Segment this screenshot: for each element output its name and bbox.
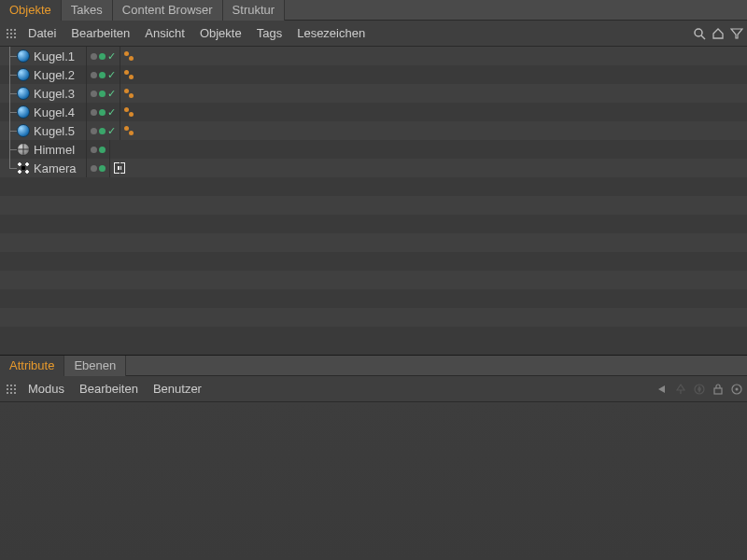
- tab-ebenen[interactable]: Ebenen: [64, 356, 126, 376]
- home-icon[interactable]: [712, 27, 725, 40]
- tag-cell: [109, 140, 747, 159]
- dynamics-tag-icon[interactable]: [124, 107, 134, 117]
- compass-icon[interactable]: [693, 383, 706, 396]
- object-label[interactable]: Himmel: [34, 143, 75, 157]
- object-label[interactable]: Kugel.1: [34, 49, 75, 63]
- panel-grip-icon[interactable]: [6, 383, 17, 396]
- object-row[interactable]: Kugel.5✓: [0, 121, 747, 140]
- visibility-dot[interactable]: [91, 91, 97, 97]
- target-tag-icon[interactable]: [114, 162, 125, 174]
- dynamics-tag-icon[interactable]: [124, 51, 134, 61]
- visibility-flags[interactable]: ✓: [86, 65, 120, 84]
- sphere-icon: [17, 87, 30, 100]
- menu-benutzer[interactable]: Benutzer: [146, 378, 209, 399]
- empty-row: [0, 271, 747, 289]
- sky-icon: [17, 143, 30, 156]
- empty-row: [0, 196, 747, 215]
- menu-tags[interactable]: Tags: [249, 22, 289, 44]
- menu-ansicht[interactable]: Ansicht: [137, 22, 192, 44]
- tab-content-browser[interactable]: Content Browser: [113, 0, 223, 21]
- search-icon[interactable]: [693, 27, 706, 40]
- visibility-dot[interactable]: [99, 128, 106, 134]
- tag-cell: [109, 159, 747, 177]
- menu-modus[interactable]: Modus: [21, 378, 72, 399]
- attribute-tab-bar: Attribute Ebenen: [0, 356, 747, 376]
- tab-attribute[interactable]: Attribute: [0, 356, 64, 376]
- check-icon[interactable]: ✓: [107, 107, 116, 118]
- object-row[interactable]: Kamera: [0, 159, 747, 177]
- check-icon[interactable]: ✓: [107, 89, 116, 99]
- empty-row: [0, 289, 747, 308]
- visibility-dot[interactable]: [99, 72, 106, 78]
- object-label[interactable]: Kugel.3: [34, 87, 75, 101]
- visibility-flags[interactable]: ✓: [86, 84, 120, 103]
- tree-branch-icon: [6, 121, 17, 140]
- object-row[interactable]: Himmel: [0, 140, 747, 159]
- object-label[interactable]: Kugel.5: [34, 124, 75, 138]
- tree-branch-icon: [6, 47, 17, 65]
- sphere-icon: [17, 49, 30, 63]
- object-menu-bar: Datei Bearbeiten Ansicht Objekte Tags Le…: [0, 21, 747, 47]
- dynamics-tag-icon[interactable]: [124, 70, 134, 79]
- empty-row: [0, 327, 747, 345]
- sphere-icon: [17, 105, 30, 119]
- visibility-dot[interactable]: [99, 109, 106, 116]
- object-row[interactable]: Kugel.1✓: [0, 47, 747, 65]
- object-row[interactable]: Kugel.4✓: [0, 103, 747, 121]
- dynamics-tag-icon[interactable]: [124, 89, 134, 98]
- visibility-flags[interactable]: ✓: [86, 103, 120, 121]
- object-row[interactable]: Kugel.2✓: [0, 65, 747, 84]
- empty-row: [0, 252, 747, 271]
- visibility-flags[interactable]: ✓: [86, 121, 120, 140]
- tag-cell: [120, 103, 747, 121]
- object-label[interactable]: Kugel.4: [34, 105, 75, 119]
- tab-objekte[interactable]: Objekte: [0, 0, 62, 21]
- menu-objekte[interactable]: Objekte: [192, 22, 249, 44]
- visibility-dot[interactable]: [91, 128, 97, 134]
- visibility-dot[interactable]: [91, 109, 97, 116]
- menu-bearbeiten-2[interactable]: Bearbeiten: [72, 378, 146, 399]
- sphere-icon: [17, 68, 30, 81]
- nav-arrow-icon[interactable]: [655, 383, 669, 396]
- check-icon[interactable]: ✓: [107, 126, 116, 136]
- up-arrow-icon[interactable]: [674, 383, 687, 396]
- tree-branch-icon: [6, 84, 17, 103]
- object-manager-panel: Objekte Takes Content Browser Struktur D…: [0, 0, 747, 355]
- empty-row: [0, 215, 747, 233]
- camera-icon: [17, 161, 30, 175]
- lock-icon[interactable]: [712, 383, 725, 396]
- visibility-dot[interactable]: [99, 165, 106, 172]
- menu-datei[interactable]: Datei: [21, 22, 63, 44]
- check-icon[interactable]: ✓: [107, 51, 116, 62]
- target-icon[interactable]: [730, 383, 743, 396]
- visibility-dot[interactable]: [99, 53, 106, 60]
- tab-struktur[interactable]: Struktur: [223, 0, 286, 21]
- empty-row: [0, 308, 747, 327]
- visibility-dot[interactable]: [91, 72, 97, 78]
- object-label[interactable]: Kugel.2: [34, 68, 75, 82]
- svg-point-0: [695, 29, 702, 36]
- object-row[interactable]: Kugel.3✓: [0, 84, 747, 103]
- visibility-dot[interactable]: [99, 147, 106, 153]
- visibility-flags[interactable]: [86, 140, 109, 159]
- panel-grip-icon[interactable]: [6, 27, 17, 40]
- check-icon[interactable]: ✓: [107, 70, 116, 80]
- visibility-flags[interactable]: ✓: [86, 47, 120, 65]
- menu-lesezeichen[interactable]: Lesezeichen: [289, 22, 373, 44]
- attribute-menu-bar: Modus Bearbeiten Benutzer: [0, 376, 747, 402]
- tab-takes[interactable]: Takes: [62, 0, 113, 21]
- visibility-dot[interactable]: [99, 91, 106, 97]
- object-tab-bar: Objekte Takes Content Browser Struktur: [0, 0, 747, 21]
- dynamics-tag-icon[interactable]: [124, 126, 134, 135]
- menu-bearbeiten[interactable]: Bearbeiten: [63, 22, 137, 44]
- tag-cell: [120, 84, 747, 103]
- sphere-icon: [17, 124, 30, 137]
- visibility-dot[interactable]: [91, 53, 97, 60]
- visibility-dot[interactable]: [91, 165, 97, 172]
- object-label[interactable]: Kamera: [34, 161, 77, 175]
- visibility-flags[interactable]: [86, 159, 109, 177]
- visibility-dot[interactable]: [91, 147, 97, 153]
- svg-rect-4: [714, 388, 722, 394]
- tree-branch-icon: [6, 103, 17, 121]
- funnel-icon[interactable]: [730, 27, 743, 40]
